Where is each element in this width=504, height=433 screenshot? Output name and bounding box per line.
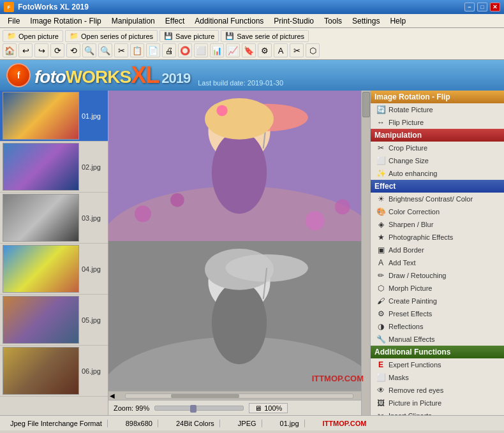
thumbnail-label-1: 01.jpg [82, 112, 101, 120]
thumbnail-item-3[interactable]: 03.jpg [0, 193, 108, 244]
app-icon: F [4, 2, 14, 12]
cliparts-icon: ✂ [376, 411, 386, 415]
thumbnail-item-4[interactable]: 04.jpg [0, 244, 108, 295]
expert-label: Expert Functions [389, 361, 441, 369]
zoom-slider-thumb[interactable] [190, 405, 196, 413]
right-item-expert[interactable]: E Expert Functions [371, 358, 504, 371]
horizontal-scrollbar[interactable]: ◀ ▶ [108, 391, 370, 400]
maximize-button[interactable]: □ [477, 3, 487, 11]
right-item-rotate[interactable]: 🔄 Rotate Picture [371, 103, 504, 116]
tool-btn-5[interactable]: ⟲ [66, 43, 80, 57]
svg-point-17 [212, 281, 267, 363]
right-item-manual[interactable]: 🔧 Manual Effects [371, 333, 504, 346]
right-item-morph[interactable]: ⬡ Morph Picture [371, 282, 504, 295]
right-item-reflections[interactable]: ◑ Reflections [371, 320, 504, 333]
menu-manipulation[interactable]: Manipulation [107, 15, 160, 27]
tool-btn-17[interactable]: ⚙ [258, 43, 272, 57]
tool-btn-20[interactable]: ⬡ [306, 43, 320, 57]
thumbnail-label-4: 04.jpg [82, 265, 101, 273]
tool-btn-3[interactable]: ↪ [34, 43, 48, 57]
section-header-manipulation[interactable]: Manipulation [371, 129, 504, 142]
status-dimensions: 898x680 [121, 420, 158, 427]
border-label: Add Border [389, 246, 424, 254]
minimize-button[interactable]: − [464, 3, 475, 11]
menu-effect[interactable]: Effect [160, 15, 189, 27]
close-button[interactable]: ✕ [490, 3, 500, 11]
zoom-percent-button[interactable]: 🖥 100% [249, 403, 288, 413]
scroll-left-btn[interactable]: ◀ [108, 392, 116, 399]
right-item-pip[interactable]: 🖼 Picture in Picture [371, 397, 504, 409]
tool-btn-11[interactable]: 🖨 [162, 43, 176, 57]
menu-file[interactable]: File [3, 15, 25, 27]
changesize-label: Change Size [389, 157, 429, 165]
menu-help[interactable]: Help [385, 15, 411, 27]
tool-btn-4[interactable]: ⟳ [50, 43, 64, 57]
thumbnail-item-5[interactable]: 05.jpg [0, 295, 108, 346]
right-item-masks[interactable]: ⬜ Masks [371, 371, 504, 384]
open-series-button[interactable]: 📁 Open series of pictures [65, 30, 158, 42]
right-item-flip[interactable]: ↔ Flip Picture [371, 116, 504, 129]
tool-btn-7[interactable]: 🔍 [98, 43, 112, 57]
section-header-rotation[interactable]: Image Rotation - Flip [371, 91, 504, 103]
thumbnail-panel[interactable]: 01.jpg 02.jpg 03.jpg 04.jpg 05.jpg 06.jp… [0, 91, 108, 415]
brightness-icon: ☀ [376, 194, 386, 204]
right-item-color-correction[interactable]: 🎨 Color Correction [371, 205, 504, 218]
save-picture-button[interactable]: 💾 Save picture [159, 30, 219, 42]
text-label: Add Text [389, 259, 416, 267]
right-item-sharpen[interactable]: ◈ Sharpen / Blur [371, 218, 504, 231]
right-item-changesize[interactable]: ⬜ Change Size [371, 154, 504, 167]
right-item-text[interactable]: A Add Text [371, 256, 504, 269]
tool-btn-13[interactable]: ⬜ [194, 43, 208, 57]
zoom-slider[interactable] [154, 406, 244, 411]
thumbnail-item-2[interactable]: 02.jpg [0, 142, 108, 193]
menu-print[interactable]: Print-Studio [269, 15, 319, 27]
save-serie-button[interactable]: 💾 Save serie of pictures [221, 30, 309, 42]
tool-btn-19[interactable]: ✂ [290, 43, 304, 57]
menu-rotation[interactable]: Image Rotation - Flip [25, 15, 106, 27]
menu-additional[interactable]: Additional Functions [189, 15, 269, 27]
scrollbar-thumb[interactable] [362, 92, 370, 117]
menu-tools[interactable]: Tools [319, 15, 347, 27]
tool-btn-18[interactable]: A [274, 43, 288, 57]
right-item-border[interactable]: ▣ Add Border [371, 244, 504, 256]
status-filename: 01.jpg [275, 420, 305, 427]
main-image-bw [108, 241, 370, 392]
toolbar-area: 📁 Open picture 📁 Open series of pictures… [0, 28, 504, 60]
right-item-crop[interactable]: ✂ Crop Picture [371, 142, 504, 154]
tool-btn-14[interactable]: 📊 [210, 43, 224, 57]
tool-btn-12[interactable]: ⭕ [178, 43, 192, 57]
sharpen-label: Sharpen / Blur [389, 221, 433, 228]
scroll-thumb[interactable] [171, 394, 239, 398]
open-picture-button[interactable]: 📁 Open picture [3, 30, 63, 42]
right-item-redeye[interactable]: 👁 Remove red eyes [371, 384, 504, 397]
save-serie-icon: 💾 [225, 32, 234, 40]
right-item-painting[interactable]: 🖌 Create Painting [371, 295, 504, 307]
svg-point-8 [205, 98, 274, 140]
right-item-cliparts[interactable]: ✂ Insert Cliparts [371, 409, 504, 415]
status-watermark: ITTMOP.COM [318, 420, 372, 427]
tool-btn-9[interactable]: 📋 [130, 43, 144, 57]
section-header-effect[interactable]: Effect [371, 180, 504, 193]
right-item-brightness[interactable]: ☀ Brightness/ Contrast/ Color [371, 193, 504, 205]
right-item-preset[interactable]: ⚙ Preset Effects [371, 307, 504, 320]
thumbnail-image-2 [3, 143, 79, 191]
thumbnail-item-6[interactable]: 06.jpg [0, 346, 108, 397]
tool-btn-15[interactable]: 📈 [226, 43, 240, 57]
center-image-area: ◀ ▶ Zoom: 99% 🖥 100% ITTMOP.COM [108, 91, 370, 415]
tool-btn-6[interactable]: 🔍 [82, 43, 96, 57]
reflections-icon: ◑ [376, 321, 386, 332]
tool-btn-16[interactable]: 🔖 [242, 43, 256, 57]
tool-btn-1[interactable]: 🏠 [3, 43, 17, 57]
tool-btn-8[interactable]: ✂ [114, 43, 128, 57]
right-item-auto[interactable]: ✨ Auto enhancing [371, 167, 504, 180]
main-content: 01.jpg 02.jpg 03.jpg 04.jpg 05.jpg 06.jp… [0, 91, 504, 415]
tool-btn-10[interactable]: 📄 [146, 43, 160, 57]
menu-settings[interactable]: Settings [347, 15, 385, 27]
section-header-additional[interactable]: Additional Functions [371, 346, 504, 358]
thumbnail-item-1[interactable]: 01.jpg [0, 91, 108, 142]
tool-btn-2[interactable]: ↩ [19, 43, 33, 57]
right-item-photo-effects[interactable]: ★ Photographic Effects [371, 231, 504, 244]
svg-point-9 [216, 105, 227, 116]
right-item-draw[interactable]: ✏ Draw / Retouching [371, 269, 504, 282]
vertical-scrollbar[interactable] [361, 91, 370, 415]
